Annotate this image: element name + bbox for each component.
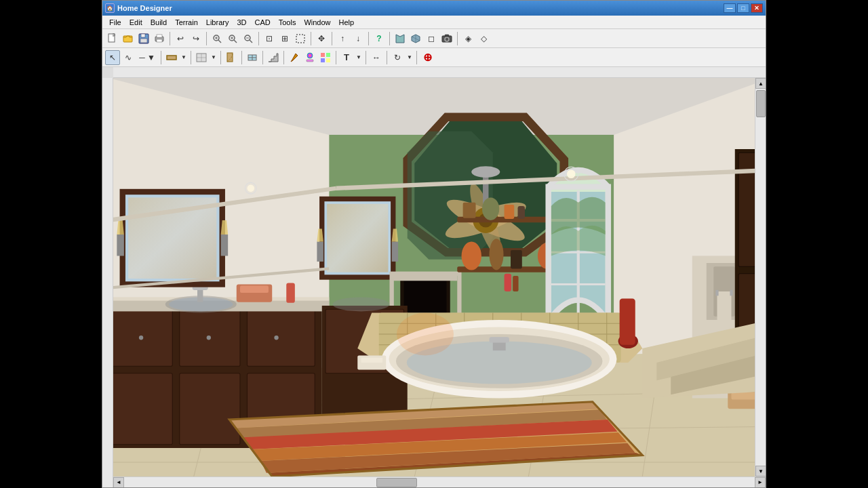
sep3: [258, 32, 259, 45]
arrow-down-button[interactable]: ↓: [351, 31, 366, 46]
sep8: [457, 32, 458, 45]
menu-file[interactable]: File: [105, 17, 125, 28]
rotate-tool[interactable]: ↻: [390, 50, 405, 65]
3d-view-button[interactable]: [408, 31, 423, 46]
transform-tool[interactable]: ⊕: [420, 50, 435, 65]
menu-3d[interactable]: 3D: [233, 17, 250, 28]
svg-rect-34: [307, 60, 313, 62]
h-scroll-track[interactable]: [124, 477, 755, 488]
scroll-right-arrow[interactable]: ►: [755, 477, 766, 488]
line-style-tool[interactable]: ─ ▼: [136, 50, 158, 65]
sep3: [220, 51, 221, 64]
select-tool[interactable]: ↖: [105, 50, 120, 65]
scroll-up-arrow[interactable]: ▲: [755, 78, 766, 89]
stair-tool[interactable]: [266, 50, 281, 65]
svg-point-106: [333, 297, 390, 311]
render2-button[interactable]: ◇: [476, 31, 491, 46]
wall-tool[interactable]: [164, 50, 179, 65]
window-tool[interactable]: [245, 50, 260, 65]
svg-rect-117: [511, 250, 522, 268]
floor-dropdown[interactable]: ▼: [210, 50, 218, 65]
fit-page-button[interactable]: ⊡: [262, 31, 277, 46]
svg-rect-1: [123, 36, 132, 42]
color-picker[interactable]: [302, 50, 317, 65]
menu-build[interactable]: Build: [146, 17, 171, 28]
svg-line-13: [234, 40, 237, 43]
undo-button[interactable]: ↩: [173, 31, 188, 46]
toolbar-secondary: ↖ ∿ ─ ▼ ▼ ▼: [102, 48, 766, 67]
svg-point-169: [567, 169, 576, 178]
text-tool[interactable]: T: [339, 50, 354, 65]
svg-point-73: [274, 336, 278, 340]
svg-rect-69: [180, 373, 240, 445]
rotate-dropdown[interactable]: ▼: [406, 50, 414, 65]
window-title: Home Designer: [117, 4, 724, 12]
open-button[interactable]: [121, 31, 136, 46]
menu-help[interactable]: Help: [335, 17, 359, 28]
wall-dropdown[interactable]: ▼: [180, 50, 188, 65]
pan-button[interactable]: ✥: [314, 31, 329, 46]
sep2: [206, 32, 207, 45]
svg-point-171: [248, 185, 255, 192]
sep1: [161, 51, 161, 64]
help-button[interactable]: ?: [372, 31, 387, 46]
h-scrollbar[interactable]: ◄ ►: [113, 476, 766, 487]
svg-rect-36: [326, 53, 330, 57]
menu-terrain[interactable]: Terrain: [171, 17, 202, 28]
arrow-up-button[interactable]: ↑: [335, 31, 350, 46]
corner-box: [102, 67, 113, 78]
scroll-down-arrow[interactable]: ▼: [755, 466, 766, 476]
svg-point-115: [462, 242, 481, 270]
svg-rect-147: [717, 291, 732, 320]
sep1: [170, 32, 170, 45]
camera-button[interactable]: [439, 31, 454, 46]
door-tool[interactable]: [224, 50, 239, 65]
minimize-button[interactable]: —: [724, 3, 736, 13]
svg-rect-7: [157, 39, 162, 42]
scroll-track[interactable]: [755, 89, 766, 466]
close-button[interactable]: ✕: [751, 3, 763, 13]
floor-tool[interactable]: [194, 50, 209, 65]
zoom-box-button[interactable]: [293, 31, 308, 46]
svg-rect-35: [321, 53, 325, 57]
edit-points-tool[interactable]: ∿: [121, 50, 136, 65]
render1-button[interactable]: ◈: [460, 31, 475, 46]
viewport[interactable]: ✦: [113, 78, 766, 476]
viewport-container: ✦: [113, 78, 766, 487]
dimension-tool[interactable]: ↔: [369, 50, 384, 65]
svg-rect-108: [463, 203, 476, 218]
svg-point-33: [307, 53, 313, 58]
menu-edit[interactable]: Edit: [125, 17, 146, 28]
bathroom-scene: ✦: [113, 78, 766, 476]
zoom-in-button[interactable]: [225, 31, 240, 46]
scroll-thumb[interactable]: [756, 90, 766, 117]
h-scroll-thumb[interactable]: [376, 478, 417, 487]
menu-cad[interactable]: CAD: [250, 17, 274, 28]
toolbar-main: ↩ ↪ ⊡ ⊞ ✥ ↑ ↓ ? ◻: [102, 29, 766, 48]
svg-rect-148: [715, 290, 718, 296]
print-button[interactable]: [152, 31, 167, 46]
right-scrollbar[interactable]: ▲ ▼: [755, 78, 766, 476]
zoom-out-button[interactable]: [241, 31, 256, 46]
maximize-button[interactable]: □: [737, 3, 749, 13]
svg-point-175: [397, 313, 454, 356]
scroll-left-arrow[interactable]: ◄: [113, 477, 124, 488]
svg-rect-68: [113, 373, 172, 445]
sep7: [389, 32, 390, 45]
save-button[interactable]: [136, 31, 151, 46]
svg-rect-111: [518, 206, 526, 219]
svg-rect-110: [505, 205, 515, 219]
new-button[interactable]: [105, 31, 120, 46]
menu-library[interactable]: Library: [202, 17, 233, 28]
texture-tool[interactable]: [318, 50, 333, 65]
menu-window[interactable]: Window: [300, 17, 334, 28]
text-dropdown[interactable]: ▼: [355, 50, 363, 65]
redo-button[interactable]: ↪: [189, 31, 203, 46]
sep6: [283, 51, 284, 64]
perspective-button[interactable]: ◻: [424, 31, 439, 46]
floorplan-button[interactable]: [393, 31, 408, 46]
fit-all-button[interactable]: ⊞: [277, 31, 292, 46]
menu-tools[interactable]: Tools: [275, 17, 300, 28]
material-eyedropper[interactable]: [287, 50, 302, 65]
zoom-find-button[interactable]: [210, 31, 224, 46]
